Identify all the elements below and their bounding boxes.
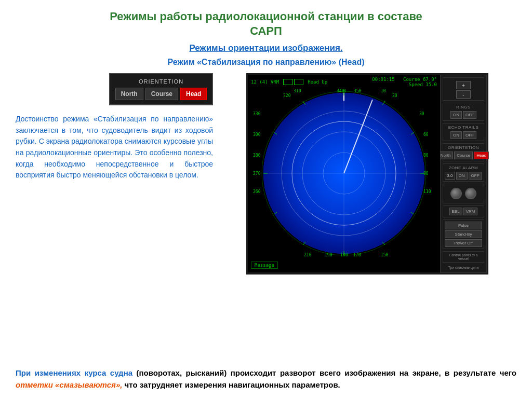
bottom-highlight-orange: отметки «смазываются», [16, 380, 122, 389]
zone-on-btn[interactable]: ON [456, 172, 468, 180]
power-off-btn[interactable]: Power Off [445, 239, 482, 247]
svg-text:30: 30 [419, 112, 424, 116]
knobs-section [443, 184, 484, 203]
svg-text:260: 260 [253, 189, 261, 194]
bottom-part4: что затрудняет измерения навигационных п… [122, 380, 340, 389]
svg-text:60: 60 [423, 132, 429, 137]
svg-text:300: 300 [253, 132, 261, 137]
radar-svg: 340 350 0 30 60 80 90 110 150 170 [252, 89, 436, 257]
standby-btn[interactable]: Stand-By [445, 230, 482, 238]
radar-controls-panel: + - RINGS ON OFF ECHO TRAILS [440, 75, 487, 273]
bottom-highlight-blue: При изменениях курса судна [16, 368, 132, 377]
orient-course-btn[interactable]: Course [145, 88, 178, 100]
range-up-btn[interactable]: + [456, 81, 471, 89]
zone-value: 3.0 [445, 172, 455, 180]
description-content: Достоинство режима «Стабилизация по напр… [16, 115, 213, 179]
rings-section: RINGS ON OFF [443, 103, 484, 121]
knob-left[interactable] [450, 188, 462, 199]
pulse-section: Pulse Stand-By Power Off [443, 219, 484, 249]
orient-north-btn[interactable]: North [115, 88, 143, 100]
tri-safe-label: Три опасные цели [443, 265, 484, 270]
control-panel-section: Control panel to a vessel [443, 251, 484, 263]
ebl-btn[interactable]: EBL [449, 208, 462, 215]
ctrl-north-btn[interactable]: North [438, 152, 454, 159]
left-panel: ORIENTETION North Course Head Достоинств… [16, 73, 213, 360]
svg-text:110: 110 [423, 189, 431, 194]
vrm-btn[interactable]: VRM [463, 208, 478, 215]
svg-text:170: 170 [353, 253, 361, 257]
bottom-part2: (поворотах, рысканий) происходит разворо… [132, 368, 516, 377]
title-line1: Режимы работы радиолокационной станции в… [110, 10, 422, 23]
radar-top-bar: 12 (4) VRM Head Up 00:01:15 Course 67.0°… [248, 75, 440, 89]
echo-on-btn[interactable]: ON [450, 131, 462, 139]
knob-right[interactable] [465, 188, 476, 199]
echo-off-btn[interactable]: OFF [463, 131, 476, 139]
rings-on-btn[interactable]: ON [450, 111, 462, 119]
bottom-text: При изменениях курса судна (поворотах, р… [16, 367, 516, 391]
ebl-vrm-section: EBL VRM [443, 205, 484, 217]
orientation-box: ORIENTETION North Course Head [109, 73, 213, 105]
content-row: ORIENTETION North Course Head Достоинств… [16, 73, 516, 360]
center-panel: 12 (4) VRM Head Up 00:01:15 Course 67.0°… [218, 73, 516, 360]
svg-text:270: 270 [253, 171, 261, 176]
orient-head-btn[interactable]: Head [180, 88, 207, 100]
orient-ctrl-section: ORIENTETION North Course Head [443, 143, 484, 161]
svg-text:310: 310 [294, 89, 301, 93]
svg-text:10: 10 [381, 89, 386, 93]
ctrl-course-btn[interactable]: Course [454, 152, 473, 159]
rings-off-btn[interactable]: OFF [463, 111, 476, 119]
radar-widget: 12 (4) VRM Head Up 00:01:15 Course 67.0°… [246, 73, 488, 275]
subtitle-mode: Режим «Стабилизация по направлению» (Hea… [16, 58, 516, 67]
svg-text:80: 80 [423, 153, 429, 158]
radar-time: 00:01:15 Course 67.0° Speed 15.0 [372, 77, 437, 87]
radar-message-box: Message [251, 262, 278, 269]
svg-text:190: 190 [325, 253, 332, 257]
control-panel-label: Control panel to a vessel [445, 253, 482, 260]
zone-off-btn[interactable]: OFF [469, 172, 482, 180]
orient-ctrl-title: ORIENTETION [445, 145, 482, 150]
radar-canvas: 340 350 0 30 60 80 90 110 150 170 [252, 89, 436, 257]
range-down-btn[interactable]: - [456, 90, 471, 99]
ctrl-head-btn[interactable]: Head [474, 152, 489, 159]
svg-text:350: 350 [354, 89, 362, 93]
orientation-title: ORIENTETION [115, 78, 207, 85]
pulse-btn[interactable]: Pulse [445, 222, 482, 229]
range-section: + - [443, 77, 484, 101]
title-line2: САРП [250, 24, 282, 37]
echo-title: ECHO TRAILS [445, 125, 482, 130]
radar-mode-label: Head Up [308, 79, 327, 85]
zone-title: ZONE ALARM [445, 166, 482, 170]
description-text: Достоинство режима «Стабилизация по напр… [16, 114, 213, 360]
main-title: Режимы работы радиолокационной станции в… [16, 9, 516, 38]
svg-text:280: 280 [253, 153, 261, 158]
zone-section: ZONE ALARM 3.0 ON OFF [443, 163, 484, 182]
radar-main: 12 (4) VRM Head Up 00:01:15 Course 67.0°… [248, 75, 440, 272]
range-arrows: + - [445, 81, 482, 99]
subtitle-orientation: Режимы ориентации изображения. [16, 43, 516, 53]
radar-bottom-bar: Message [248, 258, 440, 272]
orientation-buttons: North Course Head [115, 88, 207, 100]
svg-text:210: 210 [304, 253, 312, 257]
rings-title: RINGS [445, 105, 482, 109]
svg-text:330: 330 [253, 112, 261, 116]
radar-vrm-label: 12 (4) VRM [251, 79, 279, 85]
echo-section: ECHO TRAILS ON OFF [443, 123, 484, 141]
svg-text:20: 20 [392, 93, 397, 98]
page-container: Режимы работы радиолокационной станции в… [0, 0, 532, 398]
svg-text:150: 150 [381, 253, 389, 257]
svg-text:320: 320 [283, 93, 291, 98]
